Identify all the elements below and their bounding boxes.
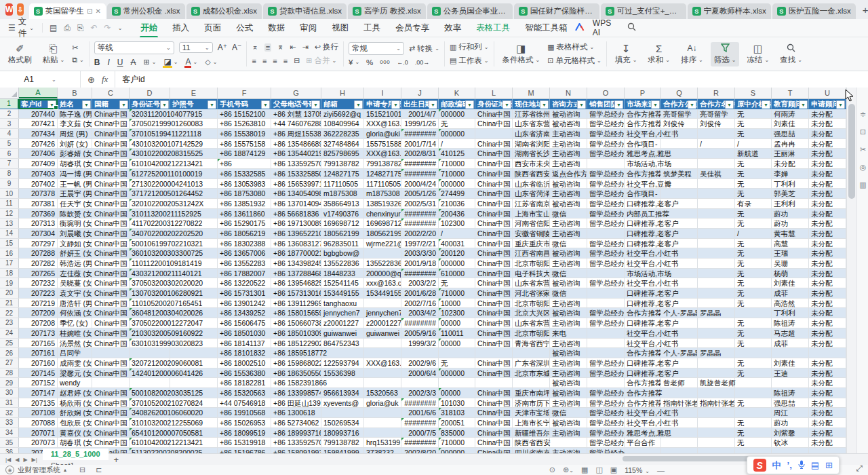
grid-cell[interactable]: 黄韦慧 bbox=[772, 229, 809, 238]
grid-cell[interactable]: 口碑推荐,老客户 bbox=[625, 368, 661, 378]
grid-cell[interactable]: 主动咨询 bbox=[550, 368, 587, 378]
grid-cell[interactable]: 410125 bbox=[439, 149, 475, 158]
add-sheet-button[interactable]: + bbox=[108, 455, 125, 465]
grid-cell[interactable]: 未分配 bbox=[809, 199, 846, 208]
grid-cell[interactable]: 留学总经办 bbox=[587, 189, 625, 198]
grid-cell[interactable]: 主动咨询 bbox=[550, 339, 587, 348]
docer-icon[interactable]: ⇩ bbox=[17, 3, 23, 16]
grid-cell[interactable]: 刘俊伶 bbox=[698, 119, 735, 128]
grid-cell[interactable]: 微信 bbox=[550, 408, 587, 417]
grid-cell[interactable]: +86 19910568 bbox=[218, 408, 271, 417]
grid-cell[interactable]: China中国 bbox=[475, 299, 513, 308]
grid-cell[interactable] bbox=[735, 348, 772, 358]
grid-cell[interactable]: +86 1971300890 bbox=[271, 218, 321, 228]
grid-cell[interactable]: +86 1506607386 bbox=[271, 318, 321, 328]
grid-cell[interactable] bbox=[364, 428, 401, 438]
grid-cell[interactable]: 成菲 bbox=[772, 339, 809, 348]
grid-cell[interactable] bbox=[321, 408, 364, 417]
grid-cell[interactable]: 500108200203035125 bbox=[130, 388, 170, 398]
grid-cell[interactable]: 重庆重庆市 bbox=[513, 239, 550, 248]
grid-cell[interactable] bbox=[587, 229, 625, 238]
grid-cell[interactable]: 被动咨询 bbox=[550, 388, 587, 398]
grid-cell[interactable]: China中国 bbox=[92, 169, 130, 178]
grid-cell[interactable]: 340702200202202520 bbox=[130, 229, 170, 238]
grid-cell[interactable]: 北京市朝阳 bbox=[513, 259, 550, 268]
ribbon-tab-插入[interactable]: 插入 bbox=[165, 20, 197, 36]
grid-cell[interactable]: 207406 bbox=[19, 149, 58, 158]
grid-cell[interactable]: 500106199702210321 bbox=[130, 239, 170, 248]
grid-cell[interactable]: China中国 bbox=[475, 159, 513, 168]
grid-cell[interactable]: +86 18141137 bbox=[218, 339, 271, 348]
grid-cell[interactable]: 2002/8/31 bbox=[401, 149, 439, 158]
worksheet-button[interactable]: ▤工作表⌄ bbox=[450, 56, 489, 66]
grid-cell[interactable]: 无 bbox=[735, 169, 772, 178]
grid-cell[interactable]: 口碑推荐,老客户 bbox=[625, 358, 661, 368]
grid-cell[interactable]: +86 52734062 bbox=[271, 418, 321, 428]
grid-cell[interactable]: 刘素佳 bbox=[772, 358, 809, 368]
freeze-button[interactable]: ◫ 冻结⌄ bbox=[743, 42, 772, 66]
column-header-E[interactable]: E bbox=[170, 88, 218, 98]
formula-input[interactable]: 客户id bbox=[115, 71, 144, 88]
grid-cell[interactable]: China中国 bbox=[92, 388, 130, 398]
grid-cell[interactable]: 未分配 bbox=[809, 308, 846, 318]
grid-cell[interactable]: 上海市长宁 bbox=[513, 418, 550, 428]
first-sheet-icon[interactable]: |◀ bbox=[5, 457, 11, 463]
grid-cell[interactable]: +86 1395468251 bbox=[271, 278, 321, 288]
grid-cell[interactable]: 200000@qq bbox=[364, 269, 401, 278]
align-right-icon[interactable]: ≡ bbox=[273, 57, 277, 65]
grid-cell[interactable]: 刘紫馨 bbox=[772, 428, 809, 438]
grid-cell[interactable] bbox=[364, 408, 401, 417]
grid-cell[interactable]: 未分配 bbox=[809, 368, 846, 378]
outline-icon[interactable]: ⊏ bbox=[96, 466, 102, 474]
grid-cell[interactable]: 未分配 bbox=[809, 418, 846, 428]
grid-cell[interactable]: 被动咨询 bbox=[550, 378, 587, 387]
ribbon-tab-智能工具箱[interactable]: 智能工具箱 bbox=[517, 20, 575, 36]
grid-cell[interactable]: 无 bbox=[439, 358, 475, 368]
expand-corner-icon[interactable]: ⤢ bbox=[856, 463, 863, 473]
column-header-C[interactable]: C bbox=[92, 88, 130, 98]
grid-cell[interactable]: / bbox=[735, 139, 772, 149]
grid-cell[interactable]: China中国 bbox=[92, 308, 130, 318]
grid-cell[interactable]: 180562199 bbox=[364, 229, 401, 238]
header-cell[interactable]: 国籍▼ bbox=[92, 99, 130, 109]
row-number[interactable]: 20 bbox=[0, 288, 19, 298]
row-number[interactable]: 15 bbox=[0, 239, 19, 248]
grid-cell[interactable]: 任天宇 (女 bbox=[58, 199, 92, 208]
grid-cell[interactable]: 山东省东营 bbox=[513, 119, 550, 128]
grid-cell[interactable] bbox=[698, 408, 735, 417]
grid-cell[interactable] bbox=[772, 348, 809, 358]
grid-cell[interactable]: +86 13901242 bbox=[218, 299, 271, 308]
header-cell[interactable]: 合作方公司▼ bbox=[661, 99, 698, 109]
clear-format-button[interactable]: ◇⌄ bbox=[205, 58, 217, 66]
zoom-out-icon[interactable]: — bbox=[657, 466, 665, 474]
grid-cell[interactable] bbox=[661, 448, 698, 453]
grid-cell[interactable]: China中国 bbox=[92, 109, 130, 119]
grid-cell[interactable]: 124827175 bbox=[364, 169, 401, 178]
grid-cell[interactable]: China中国 bbox=[92, 358, 130, 368]
grid-cell[interactable]: z20001227 bbox=[321, 318, 364, 328]
grid-cell[interactable]: +86 18501030 bbox=[218, 328, 271, 338]
grid-cell[interactable]: 未分配 bbox=[809, 149, 846, 158]
grid-cell[interactable]: 袁文宇 (女 bbox=[58, 288, 92, 298]
grid-cell[interactable]: 合作方推荐 bbox=[625, 388, 661, 398]
grid-cell[interactable] bbox=[587, 328, 625, 338]
grid-cell[interactable]: China中国 bbox=[475, 308, 513, 318]
grid-cell[interactable]: 654101200007050581 bbox=[130, 428, 170, 438]
grid-cell[interactable]: 210036 bbox=[439, 199, 475, 208]
grid-cell[interactable]: 留学总经办 bbox=[587, 408, 625, 417]
rows-columns-button[interactable]: ▥行和列⌄ bbox=[450, 42, 489, 52]
grid-cell[interactable]: 安徽省铜陵 bbox=[513, 229, 550, 238]
grid-cell[interactable]: 马志超 bbox=[772, 328, 809, 338]
grid-cell[interactable]: +86 15606475 bbox=[218, 318, 271, 328]
grid-cell[interactable]: 180562199 bbox=[321, 229, 364, 238]
eye-icon[interactable]: ⊙ bbox=[549, 466, 555, 474]
grid-cell[interactable]: 广东省深圳 bbox=[513, 358, 550, 368]
increase-indent-icon[interactable]: ⇥ bbox=[302, 43, 309, 52]
grid-cell[interactable]: 18448233 bbox=[321, 269, 364, 278]
currency-button[interactable]: ¥⌄ bbox=[349, 58, 359, 66]
grid-cell[interactable]: 未分配 bbox=[809, 428, 846, 438]
grid-cell[interactable] bbox=[698, 189, 735, 198]
grid-cell[interactable]: 无 bbox=[735, 288, 772, 298]
grid-cell[interactable]: 合作方推荐 bbox=[625, 169, 661, 178]
grid-cell[interactable]: 王利利 bbox=[772, 199, 809, 208]
